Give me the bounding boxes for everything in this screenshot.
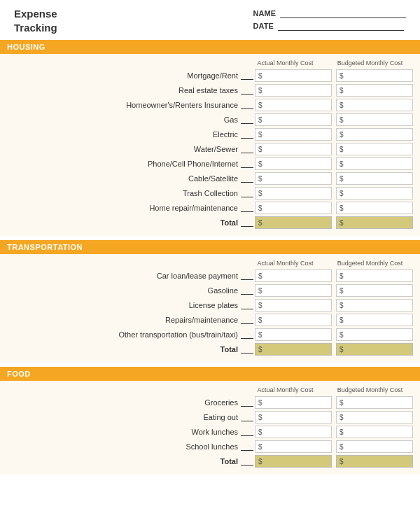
actual-input-transportation-0[interactable]: $ (255, 270, 332, 282)
name-line: NAME (253, 8, 406, 18)
actual-input-transportation-1[interactable]: $ (255, 284, 332, 297)
total-dollar-budgeted: $ (340, 219, 344, 227)
budgeted-input-housing-8[interactable]: $ (336, 187, 413, 200)
col-headers-housing: Actual Monthly CostBudgeted Monthly Cost (7, 59, 413, 66)
row-line-food-3 (241, 442, 253, 451)
col-header-budgeted: Budgeted Monthly Cost (330, 386, 410, 393)
actual-input-housing-4[interactable]: $ (255, 128, 332, 141)
row-label-housing-7: Cable/Satellite (7, 174, 241, 183)
row-line-housing-9 (241, 204, 253, 212)
dollar-sign-budgeted: $ (340, 399, 344, 407)
row-label-transportation-3: Repairs/maintenance (7, 316, 241, 324)
dollar-sign-actual: $ (258, 72, 262, 80)
total-actual-food[interactable]: $ (255, 455, 332, 468)
total-budgeted-transportation[interactable]: $ (336, 343, 413, 356)
sections-container: HOUSINGActual Monthly CostBudgeted Month… (0, 40, 420, 475)
actual-input-food-1[interactable]: $ (255, 411, 332, 424)
total-budgeted-housing[interactable]: $ (336, 216, 413, 229)
dollar-sign-actual: $ (258, 204, 262, 212)
dollar-sign-budgeted: $ (340, 116, 344, 124)
budgeted-input-transportation-4[interactable]: $ (336, 328, 413, 341)
section-header-transportation: TRANSPORTATION (0, 240, 420, 254)
expense-row-transportation-4: Other transportation (bus/train/taxi)$$ (7, 328, 413, 341)
budgeted-input-food-2[interactable]: $ (336, 426, 413, 438)
total-dollar-actual: $ (258, 219, 262, 227)
row-label-housing-4: Electric (7, 130, 241, 139)
row-line-housing-8 (241, 189, 253, 197)
actual-input-transportation-2[interactable]: $ (255, 299, 332, 312)
section-body-transportation: Actual Monthly CostBudgeted Monthly Cost… (0, 254, 420, 363)
actual-input-transportation-3[interactable]: $ (255, 314, 332, 326)
col-header-budgeted: Budgeted Monthly Cost (330, 260, 410, 267)
name-underline (280, 8, 406, 18)
actual-input-housing-2[interactable]: $ (255, 99, 332, 111)
dollar-sign-actual: $ (258, 190, 262, 197)
dollar-sign-actual: $ (258, 160, 262, 168)
actual-input-transportation-4[interactable]: $ (255, 328, 332, 341)
dollar-sign-budgeted: $ (340, 302, 344, 309)
row-label-housing-5: Water/Sewer (7, 145, 241, 153)
budgeted-input-housing-4[interactable]: $ (336, 128, 413, 141)
total-dollar-budgeted: $ (340, 458, 344, 465)
total-actual-transportation[interactable]: $ (255, 343, 332, 356)
actual-input-food-0[interactable]: $ (255, 396, 332, 409)
row-line-housing-3 (241, 115, 253, 124)
budgeted-input-food-0[interactable]: $ (336, 396, 413, 409)
actual-input-housing-1[interactable]: $ (255, 84, 332, 97)
row-line-food-0 (241, 398, 253, 407)
actual-input-housing-0[interactable]: $ (255, 69, 332, 82)
dollar-sign-actual: $ (258, 272, 262, 280)
title-line2: Tracking (14, 21, 57, 35)
budgeted-input-housing-0[interactable]: $ (336, 69, 413, 82)
title-block: Expense Tracking (14, 7, 57, 34)
budgeted-input-transportation-2[interactable]: $ (336, 299, 413, 312)
dollar-sign-budgeted: $ (340, 160, 344, 168)
total-budgeted-food[interactable]: $ (336, 455, 413, 468)
expense-row-transportation-1: Gasoline$$ (7, 284, 413, 297)
row-line-housing-5 (241, 145, 253, 153)
header: Expense Tracking NAME DATE (0, 0, 420, 40)
budgeted-input-housing-7[interactable]: $ (336, 172, 413, 185)
budgeted-input-housing-5[interactable]: $ (336, 143, 413, 155)
actual-input-housing-7[interactable]: $ (255, 172, 332, 185)
actual-input-housing-6[interactable]: $ (255, 158, 332, 170)
budgeted-input-housing-2[interactable]: $ (336, 99, 413, 111)
dollar-sign-actual: $ (258, 428, 262, 436)
total-line-food (241, 457, 253, 465)
row-line-food-2 (241, 428, 253, 436)
title-line1: Expense (14, 7, 57, 21)
row-line-housing-7 (241, 174, 253, 183)
budgeted-input-food-3[interactable]: $ (336, 440, 413, 453)
total-line-housing (241, 218, 253, 227)
total-actual-housing[interactable]: $ (255, 216, 332, 229)
actual-input-housing-5[interactable]: $ (255, 143, 332, 155)
budgeted-input-housing-1[interactable]: $ (336, 84, 413, 97)
dollar-sign-budgeted: $ (340, 102, 344, 109)
row-line-housing-2 (241, 101, 253, 109)
budgeted-input-transportation-0[interactable]: $ (336, 270, 413, 282)
actual-input-housing-9[interactable]: $ (255, 202, 332, 214)
row-label-transportation-1: Gasoline (7, 286, 241, 295)
budgeted-input-housing-6[interactable]: $ (336, 158, 413, 170)
budgeted-input-food-1[interactable]: $ (336, 411, 413, 424)
dollar-sign-actual: $ (258, 102, 262, 109)
budgeted-input-transportation-3[interactable]: $ (336, 314, 413, 326)
col-header-actual: Actual Monthly Cost (245, 59, 326, 66)
budgeted-input-housing-9[interactable]: $ (336, 202, 413, 214)
actual-input-housing-3[interactable]: $ (255, 113, 332, 126)
expense-row-food-1: Eating out$$ (7, 411, 413, 424)
actual-input-food-3[interactable]: $ (255, 440, 332, 453)
col-header-actual: Actual Monthly Cost (245, 260, 326, 267)
total-line-transportation (241, 345, 253, 354)
dollar-sign-actual: $ (258, 175, 262, 183)
row-line-housing-1 (241, 86, 253, 94)
dollar-sign-budgeted: $ (340, 146, 344, 153)
dollar-sign-actual: $ (258, 116, 262, 124)
dollar-sign-budgeted: $ (340, 316, 344, 324)
total-row-housing: Total$$ (7, 216, 413, 229)
actual-input-housing-8[interactable]: $ (255, 187, 332, 200)
budgeted-input-transportation-1[interactable]: $ (336, 284, 413, 297)
budgeted-input-housing-3[interactable]: $ (336, 113, 413, 126)
col-headers-transportation: Actual Monthly CostBudgeted Monthly Cost (7, 260, 413, 267)
actual-input-food-2[interactable]: $ (255, 426, 332, 438)
